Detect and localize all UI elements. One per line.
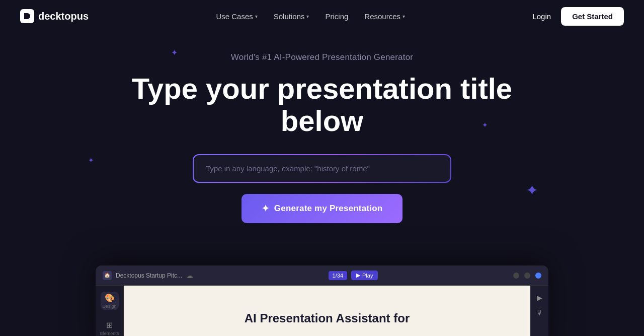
nav-resources[interactable]: Resources ▾ [364, 12, 405, 21]
cloud-icon: ☁ [186, 272, 193, 280]
app-right-panel: ▶ 🎙 [530, 286, 548, 336]
navbar: decktopus Use Cases ▾ Solutions ▾ Pricin… [0, 0, 644, 32]
slide-title-text: AI Presentation Assistant for [245, 311, 410, 326]
play-right-icon: ▶ [537, 294, 542, 302]
nav-use-cases[interactable]: Use Cases ▾ [216, 12, 257, 21]
nav-solutions[interactable]: Solutions ▾ [274, 12, 309, 21]
app-title: Decktopus Startup Pitc... [116, 272, 182, 279]
hero-subtitle: World's #1 AI-Powered Presentation Gener… [231, 52, 413, 62]
get-started-button[interactable]: Get Started [561, 7, 624, 26]
mic-icon: 🎙 [536, 309, 543, 317]
app-sidebar: 🎨 Design ⊞ Elements [96, 286, 124, 336]
generate-button[interactable]: ✦ Generate my Presentation [242, 194, 403, 223]
nav-pricing[interactable]: Pricing [325, 12, 348, 21]
search-input-wrapper [194, 155, 450, 182]
nav-actions: Login Get Started [532, 7, 624, 26]
presentation-title-input[interactable] [194, 155, 450, 182]
logo-icon [20, 9, 34, 23]
window-control-maximize[interactable] [524, 273, 530, 279]
app-preview: 🏠 Decktopus Startup Pitc... ☁ 1/34 ▶ Pla… [96, 265, 548, 336]
window-control-minimize[interactable] [513, 273, 519, 279]
sparkle-icon: ✦ [262, 203, 269, 214]
play-icon: ▶ [356, 272, 360, 279]
window-control-close[interactable] [535, 273, 541, 279]
sidebar-design-icon[interactable]: 🎨 Design [101, 292, 119, 310]
home-icon: 🏠 [103, 271, 112, 280]
logo[interactable]: decktopus [20, 9, 89, 23]
chevron-down-icon: ▾ [306, 14, 309, 19]
app-body: 🎨 Design ⊞ Elements AI Presentation Assi… [96, 286, 548, 336]
hero-section: World's #1 AI-Powered Presentation Gener… [0, 32, 644, 223]
sidebar-elements-icon[interactable]: ⊞ Elements [101, 319, 119, 336]
slide-counter: 1/34 [329, 271, 347, 280]
login-button[interactable]: Login [532, 12, 551, 21]
chevron-down-icon: ▾ [255, 14, 258, 19]
hero-title: Type your presentation title below [121, 73, 523, 137]
app-titlebar: 🏠 Decktopus Startup Pitc... ☁ 1/34 ▶ Pla… [96, 265, 548, 286]
chevron-down-icon: ▾ [403, 14, 405, 19]
play-button[interactable]: ▶ Play [351, 271, 378, 280]
titlebar-left: 🏠 Decktopus Startup Pitc... ☁ [103, 271, 193, 280]
titlebar-center: 1/34 ▶ Play [329, 271, 378, 280]
logo-text: decktopus [38, 11, 89, 22]
nav-links: Use Cases ▾ Solutions ▾ Pricing Resource… [216, 12, 405, 21]
slide-content-area: AI Presentation Assistant for [124, 286, 530, 336]
titlebar-right [513, 273, 541, 279]
